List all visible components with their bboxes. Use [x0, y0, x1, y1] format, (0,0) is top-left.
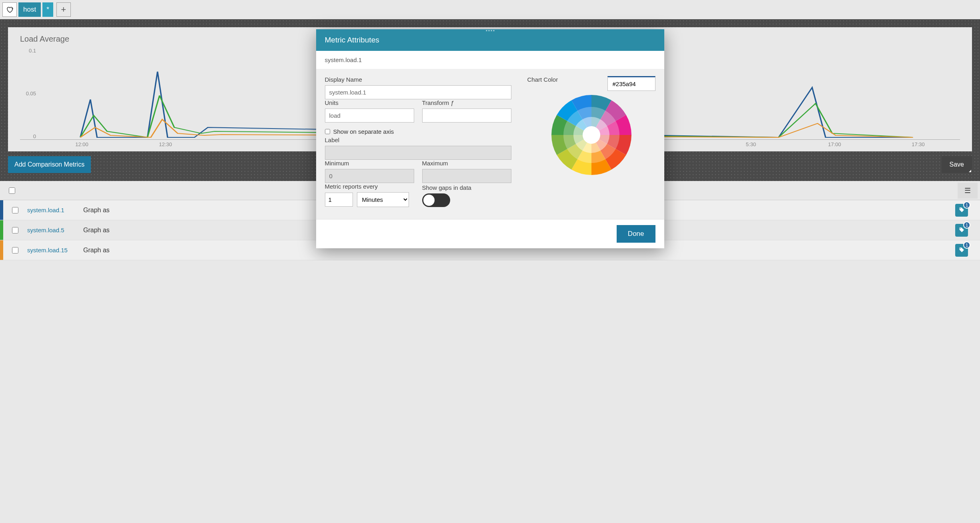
chart-color-input[interactable] — [607, 76, 655, 91]
separate-axis-checkbox[interactable] — [325, 129, 330, 134]
row-checkbox[interactable] — [12, 227, 18, 233]
svg-point-2 — [583, 126, 600, 144]
label-label: Label — [325, 137, 511, 143]
row-checkbox[interactable] — [12, 247, 18, 253]
tag-count: 1 — [963, 221, 970, 229]
transform-label: Transform ƒ — [422, 99, 511, 106]
display-name-input[interactable] — [325, 85, 511, 99]
xtick: 5:30 — [709, 141, 793, 147]
tag-button[interactable]: 1 — [955, 244, 968, 257]
modal-metric-name: system.load.1 — [316, 51, 664, 69]
metric-name-link[interactable]: system.load.5 — [27, 227, 83, 233]
row-checkbox[interactable] — [12, 207, 18, 213]
report-interval-input[interactable] — [325, 193, 353, 207]
graph-as-label: Graph as — [83, 247, 110, 254]
workspace: Load Average 0.1 0.05 0 12:00 12:30 5:30… — [0, 19, 980, 181]
menu-icon[interactable]: ☰ — [958, 183, 978, 199]
graph-as-label: Graph as — [83, 207, 110, 214]
show-gaps-toggle[interactable] — [422, 193, 450, 207]
tag-count: 1 — [963, 201, 970, 209]
xtick: 17:00 — [793, 141, 876, 147]
select-all-checkbox[interactable] — [9, 187, 15, 194]
color-wheel[interactable] — [551, 95, 631, 175]
minimum-label: Minimum — [325, 160, 414, 167]
ytick: 0.1 — [29, 48, 36, 54]
reports-every-label: Metric reports every — [325, 183, 414, 190]
add-comparison-metrics-button[interactable]: Add Comparison Metrics — [8, 156, 91, 173]
color-strip — [0, 200, 3, 220]
xtick: 12:30 — [124, 141, 207, 147]
color-strip — [0, 240, 3, 260]
chart-color-label: Chart Color — [527, 76, 558, 83]
show-gaps-label: Show gaps in data — [422, 184, 511, 191]
transform-input[interactable] — [422, 109, 511, 123]
tag-count: 1 — [963, 241, 970, 249]
save-button[interactable]: Save — [942, 156, 972, 173]
done-button[interactable]: Done — [617, 225, 655, 243]
units-label: Units — [325, 99, 414, 106]
tab-bar: * host * + — [0, 0, 980, 19]
maximum-label: Maximum — [422, 160, 511, 167]
modal-header: Metric Attributes — [316, 29, 664, 51]
tag-button[interactable]: 1 — [955, 224, 968, 237]
graph-as-label: Graph as — [83, 227, 110, 234]
units-input[interactable] — [325, 109, 414, 123]
xtick: 17:30 — [876, 141, 960, 147]
maximum-input — [422, 169, 511, 183]
separate-axis-label: Show on separate axis — [333, 128, 394, 135]
tab-host[interactable]: host — [18, 2, 41, 17]
color-strip — [0, 220, 3, 240]
report-unit-select[interactable]: Minutes — [357, 192, 409, 207]
favorite-tab-icon[interactable]: * — [2, 2, 17, 17]
tag-button[interactable]: 1 — [955, 204, 968, 217]
metric-attributes-modal: Metric Attributes system.load.1 Display … — [316, 29, 664, 248]
add-tab-button[interactable]: + — [56, 2, 71, 17]
modal-title: Metric Attributes — [325, 36, 379, 44]
xtick: 12:00 — [40, 141, 124, 147]
drag-grip-icon[interactable] — [486, 30, 494, 31]
tab-wildcard[interactable]: * — [42, 2, 53, 17]
metric-name-link[interactable]: system.load.1 — [27, 207, 83, 213]
display-name-label: Display Name — [325, 76, 511, 83]
ytick: 0 — [33, 133, 36, 139]
metric-name-link[interactable]: system.load.15 — [27, 247, 83, 253]
minimum-input — [325, 169, 414, 183]
ytick: 0.05 — [26, 91, 36, 97]
label-input — [325, 146, 511, 160]
